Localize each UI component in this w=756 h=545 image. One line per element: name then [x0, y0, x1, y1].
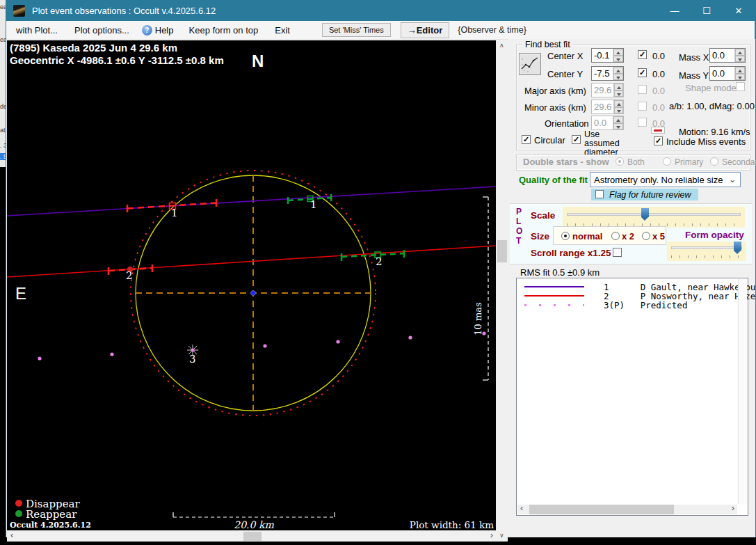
- reappear-legend-dot: [15, 510, 22, 517]
- menu-keep-on-top[interactable]: Keep form on top: [182, 22, 266, 38]
- scroll-down-icon[interactable]: [499, 532, 504, 539]
- center-y-spinner[interactable]: -7.5: [591, 66, 624, 81]
- maximize-button[interactable]: ☐: [691, 0, 723, 21]
- red-dash-icon: [654, 129, 662, 132]
- list-scroll-thumb[interactable]: [529, 505, 674, 514]
- plot-horizontal-scrollbar[interactable]: [7, 531, 497, 542]
- miss-line-swatch[interactable]: [651, 127, 665, 134]
- form-opacity-slider[interactable]: [667, 242, 746, 261]
- double-secondary-radio[interactable]: [710, 157, 718, 166]
- center-y-zero-label: 0.0: [652, 69, 665, 79]
- shape-model-checkbox[interactable]: [736, 82, 745, 91]
- menu-help[interactable]: ? Help: [136, 22, 179, 38]
- menu-exit[interactable]: Exit: [268, 22, 297, 38]
- plot-title-line2: Geocentric X -4986.1 ±0.6 Y -3112.5 ±0.8…: [10, 54, 224, 66]
- list-scroll-right-icon[interactable]: [732, 505, 734, 511]
- rms-fit-label: RMS fit 0.5 ±0.9 km: [520, 267, 600, 278]
- list-item[interactable]: 2 P Nosworthy, near Hazel: [517, 291, 748, 300]
- center-x-zero-label: 0.0: [652, 51, 665, 61]
- form-opacity-thumb[interactable]: [734, 242, 741, 251]
- fit-list-box[interactable]: 1 D Gault, near Hawkesbur 2 P Nosworthy,…: [516, 278, 748, 516]
- mass-x-label: Mass X: [679, 52, 709, 63]
- title-bar: Plot event observations : Occult v.4.202…: [6, 0, 755, 21]
- scale-slider-thumb[interactable]: [641, 208, 649, 217]
- mass-y-spinner[interactable]: 0.0: [709, 66, 746, 81]
- size-x2-radio[interactable]: [611, 232, 620, 240]
- double-both-radio[interactable]: [616, 157, 624, 166]
- chord1-track: [7, 187, 496, 216]
- quality-label: Quality of the fit: [519, 175, 588, 185]
- menu-help-label: Help: [155, 25, 174, 35]
- center-x-zero-checkbox[interactable]: [638, 50, 647, 59]
- scroll-range-checkbox[interactable]: [613, 248, 622, 257]
- minor-axis-zero-checkbox[interactable]: [638, 102, 647, 111]
- center-x-spinner[interactable]: -0.1: [591, 48, 624, 63]
- use-assumed-checkbox[interactable]: [572, 135, 581, 144]
- occultation-plot: (7895) Kaseda 2025 Jun 4 29.6 km Geocent…: [7, 40, 496, 531]
- find-best-fit-title: Find best fit: [522, 40, 573, 49]
- ab-dmag-label: a/b: 1.00, dMag: 0.00: [669, 101, 755, 111]
- horizontal-scroll-thumb[interactable]: [243, 532, 262, 541]
- double-primary-radio[interactable]: [663, 157, 671, 166]
- menu-bar: with Plot... Plot options... ? Help Keep…: [6, 21, 755, 40]
- center-y-zero-checkbox[interactable]: [638, 68, 647, 77]
- size-x5-radio[interactable]: [642, 232, 650, 240]
- close-button[interactable]: ✕: [723, 0, 755, 21]
- chord1-line-sample: [524, 286, 584, 287]
- circular-label: Circular: [534, 135, 565, 145]
- scroll-right-icon[interactable]: [490, 532, 493, 538]
- list-vertical-scrollbar[interactable]: [738, 279, 747, 504]
- scroll-left-icon[interactable]: [10, 532, 13, 538]
- flag-review-checkbox[interactable]: [595, 190, 604, 198]
- reappear-legend-label: Reappear: [26, 508, 77, 521]
- chord1-label-left: 1: [171, 207, 178, 219]
- include-miss-label: Include Miss events: [666, 136, 746, 147]
- include-miss-checkbox[interactable]: [654, 136, 663, 145]
- mas-label: 10 mas: [473, 302, 483, 335]
- double-stars-title: Double stars - show: [523, 157, 609, 167]
- list-scroll-left-icon[interactable]: [520, 505, 523, 511]
- chord2-label-right: 2: [376, 255, 383, 268]
- major-axis-spinner[interactable]: 29.6: [591, 83, 624, 97]
- double-both-label: Both: [627, 157, 645, 167]
- orientation-spinner[interactable]: 0.0: [591, 116, 624, 130]
- quality-combobox[interactable]: Astrometry only. No reliable size ⌄: [590, 172, 741, 187]
- major-axis-zero-checkbox[interactable]: [638, 85, 647, 94]
- east-label: E: [15, 284, 26, 303]
- circular-checkbox[interactable]: [522, 135, 531, 144]
- plot-vertical-scrollbar[interactable]: [497, 40, 508, 542]
- list-item[interactable]: 1 D Gault, near Hawkesbur: [517, 282, 748, 291]
- vertical-scroll-thumb[interactable]: [497, 240, 507, 262]
- chord3-predicted-dots: [38, 331, 485, 360]
- scale-slider[interactable]: [563, 207, 745, 228]
- scale-label: Scale: [531, 210, 555, 221]
- chord1-label-right: 1: [310, 198, 317, 211]
- best-fit-plot-button[interactable]: [519, 53, 541, 75]
- chevron-down-icon: ⌄: [729, 175, 736, 184]
- screen: ea ea de at . 3 . 5 Plot event observati…: [0, 0, 756, 545]
- center-y-label: Center Y: [547, 69, 583, 79]
- chord3-label: 3: [189, 353, 196, 365]
- size-x2-label: x 2: [622, 231, 634, 242]
- list-item[interactable]: 3(P) Predicted: [517, 300, 748, 309]
- set-miss-times-button[interactable]: Set 'Miss' Times: [322, 23, 391, 37]
- control-panel: Find best fit Center X -0.1 0.0 Mass X 0…: [508, 39, 755, 537]
- size-normal-radio[interactable]: [561, 232, 570, 240]
- north-label: N: [252, 52, 264, 70]
- editor-button[interactable]: →Editor: [401, 22, 450, 38]
- minimize-button[interactable]: —: [659, 0, 691, 21]
- double-secondary-label: Secondary: [722, 157, 756, 167]
- orientation-zero-checkbox[interactable]: [638, 118, 647, 127]
- chart-icon: [520, 54, 540, 74]
- motion-label: Motion: 9.16 km/s: [679, 127, 750, 137]
- minor-axis-spinner[interactable]: 29.6: [591, 100, 624, 114]
- menu-with-plot[interactable]: with Plot...: [9, 22, 65, 38]
- form-opacity-label: Form opacity: [685, 230, 744, 240]
- scroll-up-icon[interactable]: [499, 42, 504, 49]
- list-horizontal-scrollbar[interactable]: [517, 505, 737, 514]
- menu-plot-options[interactable]: Plot options...: [67, 22, 136, 38]
- chord2-line-sample: [524, 295, 584, 297]
- mass-x-spinner[interactable]: 0.0: [709, 48, 746, 63]
- window-title: Plot event observations : Occult v.4.202…: [32, 6, 216, 16]
- chord2-track: [7, 246, 496, 277]
